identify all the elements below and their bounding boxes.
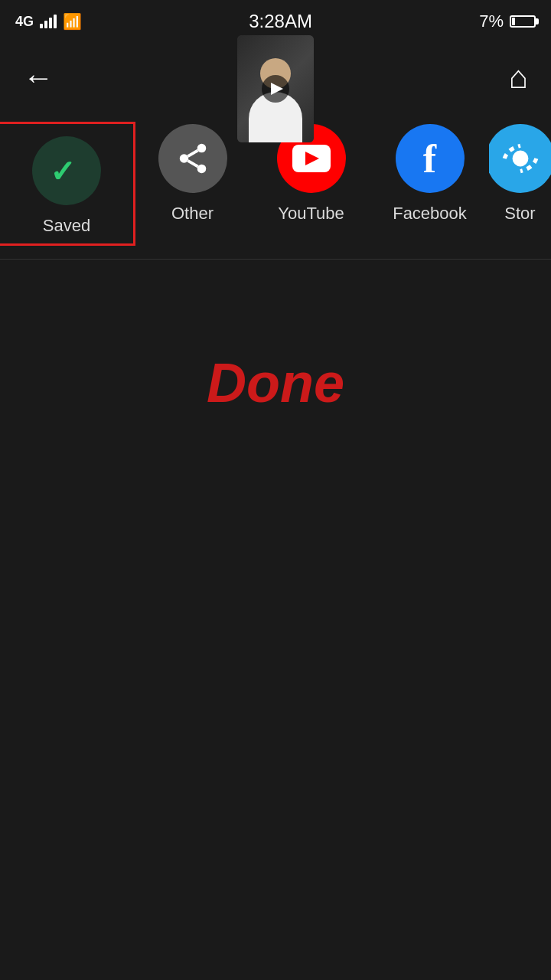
status-time: 3:28AM <box>249 11 312 32</box>
battery-icon <box>510 15 536 28</box>
facebook-icon-circle: f <box>396 124 465 193</box>
other-label: Other <box>171 204 214 224</box>
other-icon-circle <box>158 124 227 193</box>
back-button[interactable]: ← <box>23 60 54 95</box>
share-item-other[interactable]: Other <box>133 124 252 224</box>
story-label: Stor <box>504 204 535 224</box>
done-text: Done <box>207 351 344 414</box>
story-icon-circle <box>489 124 551 193</box>
share-icon <box>175 141 210 176</box>
svg-line-4 <box>187 150 197 156</box>
facebook-label: Facebook <box>393 204 467 224</box>
video-thumbnail <box>237 35 314 142</box>
battery-percent-label: 7% <box>479 11 504 31</box>
top-nav: ← ⌂ <box>0 43 551 112</box>
checkmark-icon <box>50 154 83 188</box>
status-left: 4G 📶 <box>15 12 82 31</box>
share-item-facebook[interactable]: f Facebook <box>370 124 489 224</box>
saved-label: Saved <box>43 216 90 236</box>
status-right: 7% <box>479 11 536 31</box>
signal-bars-icon <box>40 15 57 28</box>
youtube-icon <box>292 145 331 172</box>
svg-point-1 <box>179 154 188 163</box>
svg-point-5 <box>514 152 527 165</box>
share-item-saved[interactable]: Saved <box>0 122 135 246</box>
facebook-icon: f <box>423 136 436 181</box>
svg-point-2 <box>197 165 206 174</box>
network-label: 4G <box>15 14 34 30</box>
wifi-icon: 📶 <box>63 12 82 31</box>
play-button-overlay[interactable] <box>262 75 289 103</box>
youtube-label: YouTube <box>278 204 344 224</box>
share-item-story[interactable]: Stor <box>489 124 551 224</box>
svg-line-3 <box>187 161 197 167</box>
saved-icon-circle <box>32 136 101 205</box>
home-button[interactable]: ⌂ <box>509 59 528 96</box>
play-triangle-icon <box>271 83 283 95</box>
svg-point-0 <box>197 144 206 153</box>
story-icon <box>501 139 540 178</box>
done-section: Done <box>0 260 551 506</box>
